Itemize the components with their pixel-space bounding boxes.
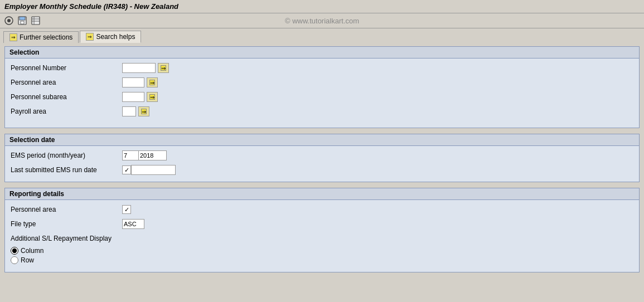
file-type-input[interactable]	[122, 219, 144, 229]
payroll-area-arrow-icon: ⇒	[141, 109, 147, 114]
back-icon[interactable]	[3, 15, 14, 26]
personnel-area-input[interactable]	[122, 77, 144, 87]
column-radio-row: Column	[11, 247, 633, 255]
further-selections-arrow-icon: ⇒	[9, 33, 17, 41]
selection-section: Selection Personnel Number ⇒ Personnel a…	[4, 46, 640, 128]
tab-search-helps[interactable]: ⇒ Search helps	[80, 31, 141, 43]
payroll-area-input[interactable]	[122, 106, 136, 116]
main-content: Selection Personnel Number ⇒ Personnel a…	[0, 43, 644, 281]
reporting-details-body: Personnel area ✓ File type Additional S/…	[5, 200, 639, 272]
local-icon[interactable]	[30, 15, 41, 26]
last-submitted-input[interactable]	[131, 165, 176, 175]
row-radio[interactable]	[11, 256, 18, 264]
selection-section-title: Selection	[5, 47, 639, 59]
personnel-subarea-label: Personnel subarea	[11, 93, 122, 101]
payroll-area-label: Payroll area	[11, 108, 122, 115]
personnel-number-label: Personnel Number	[11, 64, 122, 72]
selection-section-body: Personnel Number ⇒ Personnel area ⇒ Pers…	[5, 59, 639, 128]
reporting-personnel-area-checkbox[interactable]: ✓	[122, 205, 131, 214]
reporting-personnel-area-label: Personnel area	[11, 206, 122, 213]
svg-rect-4	[21, 21, 24, 24]
personnel-subarea-arrow-btn[interactable]: ⇒	[147, 92, 158, 102]
tab-further-selections-label: Further selections	[20, 33, 72, 41]
last-submitted-label: Last submitted EMS run date	[11, 166, 122, 174]
file-type-label: File type	[11, 220, 122, 228]
tab-further-selections[interactable]: ⇒ Further selections	[3, 31, 79, 43]
ems-period-inputs	[122, 150, 167, 160]
toolbar: © www.tutorialkart.com	[0, 13, 644, 28]
selection-date-body: EMS period (month/year) Last submitted E…	[5, 146, 639, 182]
reporting-details-title: Reporting details	[5, 188, 639, 200]
svg-rect-5	[32, 17, 40, 25]
personnel-subarea-arrow-icon: ⇒	[149, 94, 155, 100]
ems-month-input[interactable]	[122, 150, 139, 160]
search-helps-arrow-icon: ⇒	[86, 33, 94, 41]
column-radio[interactable]	[11, 247, 18, 255]
additional-sl-label: Additional S/L Repayment Display	[11, 235, 122, 242]
payroll-area-arrow-btn[interactable]: ⇒	[138, 106, 149, 116]
ems-period-label: EMS period (month/year)	[11, 152, 122, 159]
personnel-area-row: Personnel area ⇒	[11, 76, 633, 89]
row-radio-row: Row	[11, 256, 633, 264]
file-type-row: File type	[11, 218, 633, 230]
ems-year-input[interactable]	[139, 150, 167, 160]
reporting-details-section: Reporting details Personnel area ✓ File …	[4, 188, 640, 272]
selection-date-title: Selection date	[5, 134, 639, 146]
personnel-number-arrow-icon: ⇒	[161, 65, 166, 71]
column-radio-label: Column	[21, 247, 43, 255]
last-submitted-checkbox[interactable]: ✓	[122, 165, 131, 174]
personnel-area-arrow-icon: ⇒	[149, 80, 155, 85]
additional-sl-row: Additional S/L Repayment Display	[11, 232, 633, 245]
save-icon[interactable]	[17, 15, 28, 26]
display-type-radio-group: Column Row	[11, 247, 633, 264]
personnel-number-input[interactable]	[122, 63, 156, 73]
watermark: © www.tutorialkart.com	[285, 17, 359, 25]
selection-date-section: Selection date EMS period (month/year) L…	[4, 134, 640, 182]
personnel-area-label: Personnel area	[11, 79, 122, 86]
personnel-area-arrow-btn[interactable]: ⇒	[147, 77, 158, 87]
svg-rect-3	[20, 17, 25, 20]
payroll-area-row: Payroll area ⇒	[11, 105, 633, 118]
svg-point-1	[7, 19, 11, 22]
personnel-subarea-input[interactable]	[122, 92, 144, 102]
last-submitted-row: Last submitted EMS run date ✓	[11, 164, 633, 176]
reporting-personnel-area-row: Personnel area ✓	[11, 203, 633, 216]
tab-search-helps-label: Search helps	[96, 33, 135, 41]
personnel-number-arrow-btn[interactable]: ⇒	[158, 63, 169, 73]
tab-bar: ⇒ Further selections ⇒ Search helps	[0, 28, 644, 43]
row-radio-label: Row	[21, 256, 34, 264]
page-title: Employer Monthly Schedule (IR348) - New …	[4, 2, 178, 11]
personnel-subarea-row: Personnel subarea ⇒	[11, 91, 633, 103]
ems-period-row: EMS period (month/year)	[11, 149, 633, 162]
personnel-number-row: Personnel Number ⇒	[11, 62, 633, 74]
title-bar: Employer Monthly Schedule (IR348) - New …	[0, 0, 644, 13]
